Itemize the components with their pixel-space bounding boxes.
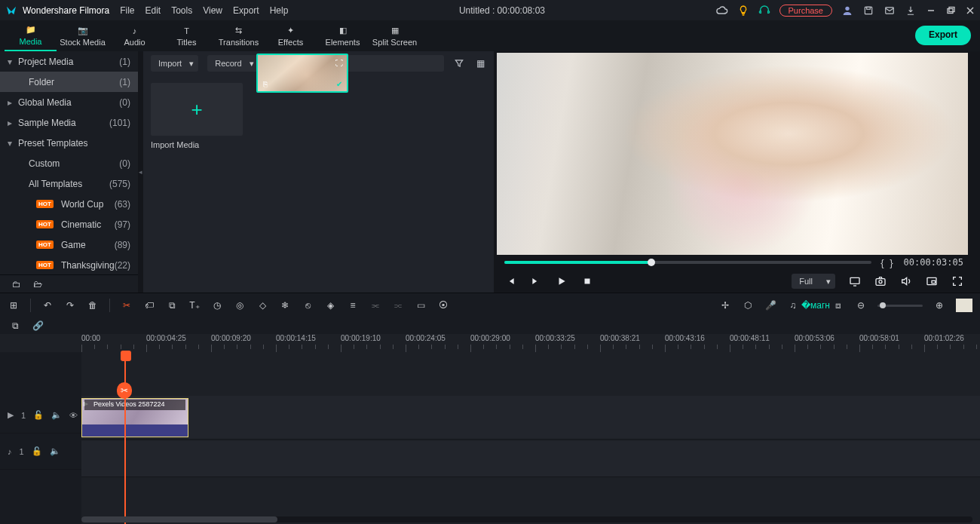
audio-beat-icon[interactable]: ♫	[787, 299, 799, 311]
stop-button[interactable]	[581, 275, 593, 287]
mixer-icon[interactable]: ≡	[347, 299, 359, 311]
preview-quality-dropdown[interactable]: Full▾	[792, 274, 835, 289]
keyframe-icon[interactable]: ◇	[256, 299, 268, 311]
green-screen-icon[interactable]: ◈	[324, 299, 336, 311]
tab-media[interactable]: 📁Media	[5, 20, 57, 51]
redo-button[interactable]: ↷	[64, 299, 76, 311]
video-track-header[interactable]: ▶1 🔓 🔈 👁	[0, 397, 81, 434]
fullscreen-icon[interactable]	[951, 275, 963, 287]
menu-tools[interactable]: Tools	[171, 5, 192, 16]
add-to-timeline-icon[interactable]: ⎘	[260, 78, 271, 89]
timeline-horizontal-scrollbar[interactable]	[81, 516, 972, 522]
menu-file[interactable]: File	[120, 5, 134, 16]
group-icon[interactable]: ⫘	[369, 299, 381, 311]
marker-icon[interactable]: 🏷	[143, 299, 155, 311]
tab-split-screen[interactable]: ▦Split Screen	[369, 20, 421, 51]
zoom-in-button[interactable]: ⊕	[933, 299, 945, 311]
grid-view-icon[interactable]: ▦	[474, 57, 486, 69]
sidebar-item[interactable]: HOTThanksgiving(22)	[0, 255, 138, 274]
playhead[interactable]	[124, 352, 126, 524]
video-track-lane[interactable]: ▶ Pexels Videos 2587224	[81, 396, 980, 440]
link-tracks-icon[interactable]: 🔗	[32, 320, 44, 332]
menu-help[interactable]: Help	[270, 5, 289, 16]
sidebar-item[interactable]: HOTCinematic(97)	[0, 214, 138, 234]
record-vo-icon[interactable]: ⦿	[437, 299, 449, 311]
detach-icon[interactable]: ⎋	[302, 299, 314, 311]
undo-button[interactable]: ↶	[41, 299, 54, 311]
display-settings-icon[interactable]	[849, 275, 861, 287]
new-folder-icon[interactable]: 🗀	[11, 278, 23, 290]
import-media-card[interactable]: + Import Media	[151, 83, 243, 149]
timeline-tracks[interactable]: ▶ Pexels Videos 2587224 ✂	[81, 352, 980, 524]
tab-elements[interactable]: ◧Elements	[317, 20, 369, 51]
sidebar-item[interactable]: Custom(0)	[0, 153, 138, 173]
panel-resize-handle[interactable]: ◂	[138, 51, 143, 293]
timeline-ruler[interactable]: 00:0000:00:04:2500:00:09:2000:00:14:1500…	[81, 334, 980, 352]
link-icon[interactable]: ⧈	[832, 299, 844, 311]
tab-transitions[interactable]: ⇆Transitions	[213, 20, 265, 51]
timeline-clip[interactable]: ▶ Pexels Videos 2587224	[81, 398, 188, 437]
split-button[interactable]: ✂	[121, 299, 133, 311]
sidebar-item[interactable]: All Templates(575)	[0, 173, 138, 194]
next-frame-button[interactable]	[530, 275, 542, 287]
ungroup-icon[interactable]: ⫗	[392, 299, 404, 311]
auto-enhance-icon[interactable]: ✢	[719, 299, 731, 311]
manage-tracks-icon[interactable]: ⊞	[8, 299, 20, 311]
tab-titles[interactable]: TTitles	[161, 20, 213, 51]
render-icon[interactable]: ▭	[415, 299, 427, 311]
lock-icon[interactable]: 🔓	[32, 446, 42, 456]
play-button[interactable]	[556, 275, 568, 287]
sidebar-item[interactable]: ▾Preset Templates	[0, 133, 138, 153]
sidebar-item[interactable]: ▸Global Media(0)	[0, 92, 138, 112]
tab-stock-media[interactable]: 📷Stock Media	[57, 20, 109, 51]
save-icon[interactable]	[862, 5, 874, 17]
zoom-out-button[interactable]: ⊖	[855, 299, 867, 311]
sidebar-item[interactable]: Folder(1)	[0, 72, 138, 92]
media-clip-card[interactable]: ⛶ ⎘ ✔ Pexels Videos 2587224	[256, 83, 348, 92]
support-icon[interactable]	[758, 5, 770, 17]
tab-audio[interactable]: ♪Audio	[109, 20, 161, 51]
preview-scrubber[interactable]	[504, 261, 871, 264]
sidebar-item[interactable]: HOTWorld Cup(63)	[0, 194, 138, 214]
speed-icon[interactable]: ◷	[211, 299, 223, 311]
delete-button[interactable]: 🗑	[87, 299, 99, 311]
audio-track-lane[interactable]	[81, 441, 980, 477]
purchase-button[interactable]: Purchase	[779, 5, 832, 17]
snapshot-icon[interactable]	[874, 275, 887, 287]
record-dropdown[interactable]: Record▾	[207, 55, 258, 72]
marker-add-icon[interactable]: ⬡	[742, 299, 754, 311]
tips-icon[interactable]	[737, 5, 749, 17]
sidebar-item[interactable]: ▸Sample Media(101)	[0, 112, 138, 133]
text-icon[interactable]: T₊	[188, 299, 201, 311]
import-dropdown[interactable]: Import▾	[151, 55, 198, 72]
prev-frame-button[interactable]	[504, 275, 516, 287]
in-out-markers[interactable]: { }	[880, 257, 894, 268]
zoom-fit-button[interactable]	[956, 299, 972, 312]
expand-icon[interactable]: ⛶	[334, 57, 345, 68]
audio-track-header[interactable]: ♪1 🔓 🔈	[0, 434, 81, 470]
tab-effects[interactable]: ✦Effects	[265, 20, 317, 51]
snap-icon[interactable]: �магн	[810, 299, 822, 311]
pip-icon[interactable]	[926, 275, 938, 287]
message-icon[interactable]	[884, 5, 896, 17]
preview-viewport[interactable]	[497, 53, 968, 255]
split-handle[interactable]: ✂	[117, 382, 132, 399]
mic-icon[interactable]: 🎤	[764, 299, 776, 311]
download-icon[interactable]	[905, 5, 917, 17]
volume-icon[interactable]	[900, 275, 912, 287]
menu-export[interactable]: Export	[233, 5, 259, 16]
lock-icon[interactable]: 🔓	[33, 410, 44, 420]
color-icon[interactable]: ◎	[234, 299, 246, 311]
sidebar-item[interactable]: HOTGame(89)	[0, 234, 138, 255]
account-icon[interactable]	[841, 5, 853, 17]
sidebar-item[interactable]: ▾Project Media(1)	[0, 51, 138, 72]
visible-icon[interactable]: 👁	[69, 411, 78, 420]
minimize-button[interactable]	[926, 5, 936, 16]
toggle-track-size-icon[interactable]: ⧉	[9, 320, 21, 332]
new-bin-icon[interactable]: 🗁	[32, 278, 44, 290]
cloud-icon[interactable]	[716, 5, 728, 17]
maximize-button[interactable]	[945, 5, 956, 16]
filter-icon[interactable]	[453, 57, 465, 69]
close-button[interactable]	[965, 5, 975, 16]
export-button[interactable]: Export	[915, 26, 971, 45]
